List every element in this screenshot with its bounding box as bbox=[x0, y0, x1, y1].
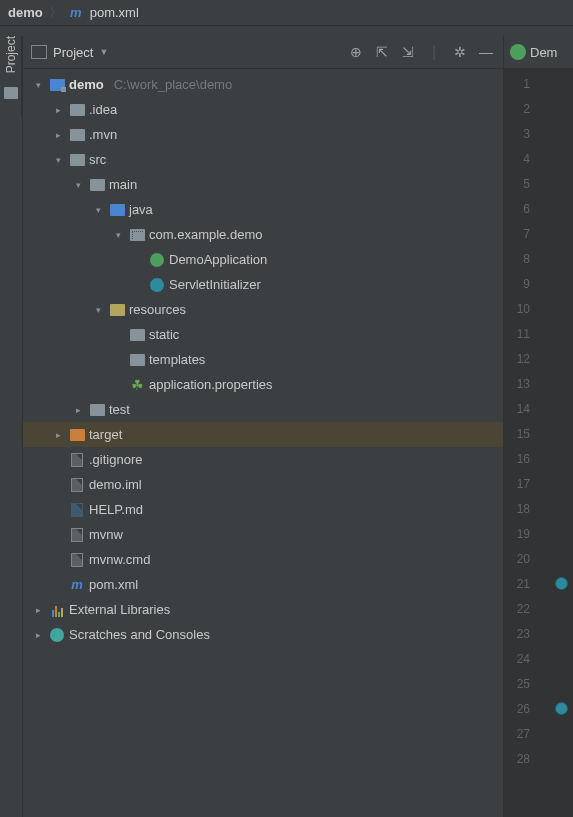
gutter-line[interactable]: 26 bbox=[504, 696, 573, 721]
gutter-line[interactable]: 27 bbox=[504, 721, 573, 746]
gutter-line[interactable]: 11 bbox=[504, 321, 573, 346]
gutter-override-icon[interactable] bbox=[555, 577, 568, 590]
line-number: 27 bbox=[504, 727, 530, 741]
project-tree[interactable]: ▾demoC:\work_place\demo▸.idea▸.mvn▾src▾m… bbox=[23, 69, 503, 817]
gutter-line[interactable]: 7 bbox=[504, 221, 573, 246]
expand-arrow-icon[interactable]: ▸ bbox=[31, 630, 45, 640]
minimize-icon[interactable]: — bbox=[477, 43, 495, 61]
expand-arrow-icon[interactable]: ▾ bbox=[91, 305, 105, 315]
class-icon bbox=[150, 278, 164, 292]
gutter-override-icon[interactable] bbox=[555, 702, 568, 715]
expand-arrow-icon[interactable]: ▾ bbox=[51, 155, 65, 165]
line-number: 26 bbox=[504, 702, 530, 716]
gutter-line[interactable]: 19 bbox=[504, 521, 573, 546]
gutter-line[interactable]: 10 bbox=[504, 296, 573, 321]
gutter-line[interactable]: 5 bbox=[504, 171, 573, 196]
tree-item-label: demo bbox=[69, 77, 104, 92]
gutter-line[interactable]: 24 bbox=[504, 646, 573, 671]
tree-row[interactable]: static bbox=[23, 322, 503, 347]
expand-arrow-icon[interactable]: ▾ bbox=[71, 180, 85, 190]
tree-row[interactable]: ▾com.example.demo bbox=[23, 222, 503, 247]
gutter-line[interactable]: 21 bbox=[504, 571, 573, 596]
gutter-line[interactable]: 22 bbox=[504, 596, 573, 621]
tree-row[interactable]: ☘application.properties bbox=[23, 372, 503, 397]
gutter-line[interactable]: 16 bbox=[504, 446, 573, 471]
gutter-line[interactable]: 3 bbox=[504, 121, 573, 146]
gutter-line[interactable]: 13 bbox=[504, 371, 573, 396]
file-icon bbox=[71, 528, 83, 542]
breadcrumb-root[interactable]: demo bbox=[8, 5, 43, 20]
tree-row[interactable]: mvnw bbox=[23, 522, 503, 547]
gutter-line[interactable]: 15 bbox=[504, 421, 573, 446]
expand-arrow-icon[interactable]: ▸ bbox=[31, 605, 45, 615]
project-tool-tab[interactable]: Project bbox=[4, 36, 18, 73]
tree-item-label: .gitignore bbox=[89, 452, 142, 467]
expand-arrow-icon[interactable]: ▸ bbox=[51, 130, 65, 140]
tree-row[interactable]: ▸target bbox=[23, 422, 503, 447]
gutter-line[interactable]: 23 bbox=[504, 621, 573, 646]
tree-row[interactable]: ▾src bbox=[23, 147, 503, 172]
collapse-all-icon[interactable]: ⇲ bbox=[399, 43, 417, 61]
folder-icon bbox=[70, 104, 85, 116]
gutter-line[interactable]: 8 bbox=[504, 246, 573, 271]
tree-row[interactable]: .gitignore bbox=[23, 447, 503, 472]
tree-item-label: ServletInitializer bbox=[169, 277, 261, 292]
tree-row[interactable]: ▾resources bbox=[23, 297, 503, 322]
project-view-dropdown[interactable]: Project ▼ bbox=[31, 45, 108, 60]
gutter-line[interactable]: 14 bbox=[504, 396, 573, 421]
tree-item-label: target bbox=[89, 427, 122, 442]
expand-arrow-icon[interactable]: ▸ bbox=[51, 105, 65, 115]
tree-row[interactable]: ▸test bbox=[23, 397, 503, 422]
gutter-line[interactable]: 28 bbox=[504, 746, 573, 771]
tree-row[interactable]: ▸External Libraries bbox=[23, 597, 503, 622]
tree-row[interactable]: ▸Scratches and Consoles bbox=[23, 622, 503, 647]
tree-row[interactable]: ServletInitializer bbox=[23, 272, 503, 297]
maven-icon bbox=[69, 577, 85, 593]
tree-item-label: Scratches and Consoles bbox=[69, 627, 210, 642]
structure-tool-tab[interactable] bbox=[4, 87, 18, 99]
line-number: 20 bbox=[504, 552, 530, 566]
gutter-line[interactable]: 18 bbox=[504, 496, 573, 521]
gutter-mark[interactable] bbox=[553, 702, 569, 715]
gear-icon[interactable]: ✲ bbox=[451, 43, 469, 61]
tree-row[interactable]: demo.iml bbox=[23, 472, 503, 497]
line-number: 19 bbox=[504, 527, 530, 541]
gutter-line[interactable]: 12 bbox=[504, 346, 573, 371]
folder-icon bbox=[90, 179, 105, 191]
tree-item-label: DemoApplication bbox=[169, 252, 267, 267]
breadcrumb-file[interactable]: pom.xml bbox=[90, 5, 139, 20]
editor-tab[interactable]: Dem bbox=[504, 36, 573, 69]
line-number: 22 bbox=[504, 602, 530, 616]
tree-row[interactable]: DemoApplication bbox=[23, 247, 503, 272]
expand-arrow-icon[interactable]: ▸ bbox=[51, 430, 65, 440]
line-number: 23 bbox=[504, 627, 530, 641]
tree-row[interactable]: HELP.md bbox=[23, 497, 503, 522]
gutter-line[interactable]: 4 bbox=[504, 146, 573, 171]
gutter-line[interactable]: 25 bbox=[504, 671, 573, 696]
gutter-line[interactable]: 20 bbox=[504, 546, 573, 571]
tree-row[interactable]: mvnw.cmd bbox=[23, 547, 503, 572]
separator: | bbox=[425, 43, 443, 61]
tree-row[interactable]: pom.xml bbox=[23, 572, 503, 597]
expand-arrow-icon[interactable]: ▸ bbox=[71, 405, 85, 415]
expand-arrow-icon[interactable]: ▾ bbox=[111, 230, 125, 240]
gutter-line[interactable]: 1 bbox=[504, 71, 573, 96]
tree-row[interactable]: ▾java bbox=[23, 197, 503, 222]
expand-all-icon[interactable]: ⇱ bbox=[373, 43, 391, 61]
line-number: 17 bbox=[504, 477, 530, 491]
gutter-line[interactable]: 9 bbox=[504, 271, 573, 296]
editor-gutter[interactable]: 1234567891011121314151617181920212223242… bbox=[504, 69, 573, 817]
tree-row[interactable]: ▸.idea bbox=[23, 97, 503, 122]
locate-icon[interactable]: ⊕ bbox=[347, 43, 365, 61]
gutter-mark[interactable] bbox=[553, 577, 569, 590]
tree-row[interactable]: ▸.mvn bbox=[23, 122, 503, 147]
folder-icon bbox=[70, 129, 85, 141]
gutter-line[interactable]: 2 bbox=[504, 96, 573, 121]
tree-row[interactable]: templates bbox=[23, 347, 503, 372]
tree-row[interactable]: ▾demoC:\work_place\demo bbox=[23, 72, 503, 97]
expand-arrow-icon[interactable]: ▾ bbox=[31, 80, 45, 90]
gutter-line[interactable]: 17 bbox=[504, 471, 573, 496]
gutter-line[interactable]: 6 bbox=[504, 196, 573, 221]
tree-row[interactable]: ▾main bbox=[23, 172, 503, 197]
expand-arrow-icon[interactable]: ▾ bbox=[91, 205, 105, 215]
